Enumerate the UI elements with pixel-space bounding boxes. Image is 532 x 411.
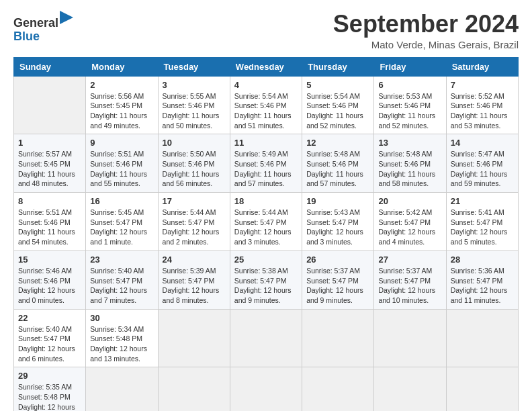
calendar-cell: 16Sunrise: 5:45 AM Sunset: 5:47 PM Dayli… bbox=[86, 193, 158, 251]
day-number: 15 bbox=[18, 255, 81, 265]
day-info: Sunrise: 5:44 AM Sunset: 5:47 PM Dayligh… bbox=[163, 208, 226, 247]
day-info: Sunrise: 5:51 AM Sunset: 5:46 PM Dayligh… bbox=[90, 149, 153, 189]
header: General Blue September 2024 Mato Verde, … bbox=[13, 11, 519, 50]
calendar-cell: 19Sunrise: 5:43 AM Sunset: 5:47 PM Dayli… bbox=[302, 193, 374, 251]
calendar-cell: 3Sunrise: 5:55 AM Sunset: 5:46 PM Daylig… bbox=[158, 76, 230, 134]
calendar-cell: 21Sunrise: 5:41 AM Sunset: 5:47 PM Dayli… bbox=[446, 193, 518, 251]
calendar-cell bbox=[14, 76, 86, 134]
calendar-cell: 27Sunrise: 5:37 AM Sunset: 5:47 PM Dayli… bbox=[374, 250, 446, 309]
day-info: Sunrise: 5:39 AM Sunset: 5:47 PM Dayligh… bbox=[163, 266, 226, 306]
day-info: Sunrise: 5:51 AM Sunset: 5:46 PM Dayligh… bbox=[18, 208, 81, 247]
day-info: Sunrise: 5:48 AM Sunset: 5:46 PM Dayligh… bbox=[378, 149, 441, 189]
calendar-week-row: 2Sunrise: 5:56 AM Sunset: 5:45 PM Daylig… bbox=[14, 76, 519, 134]
logo-blue: Blue bbox=[13, 30, 40, 43]
calendar-cell bbox=[230, 367, 302, 411]
day-info: Sunrise: 5:57 AM Sunset: 5:45 PM Dayligh… bbox=[18, 149, 81, 189]
day-number: 27 bbox=[378, 255, 441, 265]
day-number: 3 bbox=[163, 80, 226, 90]
col-header-monday: Monday bbox=[86, 57, 158, 76]
calendar-cell: 30Sunrise: 5:34 AM Sunset: 5:48 PM Dayli… bbox=[86, 309, 158, 367]
calendar-cell: 15Sunrise: 5:46 AM Sunset: 5:46 PM Dayli… bbox=[14, 250, 86, 309]
day-info: Sunrise: 5:37 AM Sunset: 5:47 PM Dayligh… bbox=[306, 266, 369, 306]
calendar-cell: 6Sunrise: 5:53 AM Sunset: 5:46 PM Daylig… bbox=[374, 76, 446, 134]
day-number: 7 bbox=[451, 80, 514, 90]
calendar-cell bbox=[446, 309, 518, 367]
day-number: 8 bbox=[18, 196, 81, 206]
day-number: 19 bbox=[306, 196, 369, 206]
calendar-cell: 9Sunrise: 5:51 AM Sunset: 5:46 PM Daylig… bbox=[86, 134, 158, 193]
calendar-header-row: SundayMondayTuesdayWednesdayThursdayFrid… bbox=[14, 57, 519, 76]
title-section: September 2024 Mato Verde, Minas Gerais,… bbox=[333, 11, 519, 50]
day-number: 2 bbox=[90, 80, 153, 90]
day-info: Sunrise: 5:40 AM Sunset: 5:47 PM Dayligh… bbox=[90, 266, 153, 306]
calendar-cell bbox=[158, 309, 230, 367]
day-info: Sunrise: 5:49 AM Sunset: 5:46 PM Dayligh… bbox=[234, 149, 298, 189]
calendar-cell: 5Sunrise: 5:54 AM Sunset: 5:46 PM Daylig… bbox=[302, 76, 374, 134]
calendar-cell: 1Sunrise: 5:57 AM Sunset: 5:45 PM Daylig… bbox=[14, 134, 86, 193]
day-number: 16 bbox=[90, 196, 153, 206]
calendar-cell: 29Sunrise: 5:35 AM Sunset: 5:48 PM Dayli… bbox=[14, 367, 86, 411]
day-number: 14 bbox=[451, 138, 514, 148]
calendar-cell bbox=[158, 367, 230, 411]
calendar-cell: 17Sunrise: 5:44 AM Sunset: 5:47 PM Dayli… bbox=[158, 193, 230, 251]
col-header-thursday: Thursday bbox=[302, 57, 374, 76]
day-number: 30 bbox=[90, 313, 153, 323]
calendar-cell: 14Sunrise: 5:47 AM Sunset: 5:46 PM Dayli… bbox=[446, 134, 518, 193]
calendar-cell: 13Sunrise: 5:48 AM Sunset: 5:46 PM Dayli… bbox=[374, 134, 446, 193]
day-info: Sunrise: 5:42 AM Sunset: 5:47 PM Dayligh… bbox=[378, 208, 441, 247]
day-number: 24 bbox=[163, 255, 226, 265]
calendar-cell bbox=[374, 309, 446, 367]
col-header-wednesday: Wednesday bbox=[230, 57, 302, 76]
day-info: Sunrise: 5:53 AM Sunset: 5:46 PM Dayligh… bbox=[378, 91, 441, 131]
day-number: 21 bbox=[451, 196, 514, 206]
day-info: Sunrise: 5:55 AM Sunset: 5:46 PM Dayligh… bbox=[163, 91, 226, 131]
calendar-cell: 10Sunrise: 5:50 AM Sunset: 5:46 PM Dayli… bbox=[158, 134, 230, 193]
calendar-cell: 7Sunrise: 5:52 AM Sunset: 5:46 PM Daylig… bbox=[446, 76, 518, 134]
day-info: Sunrise: 5:47 AM Sunset: 5:46 PM Dayligh… bbox=[451, 149, 514, 189]
day-number: 4 bbox=[234, 80, 298, 90]
calendar-week-row: 8Sunrise: 5:51 AM Sunset: 5:46 PM Daylig… bbox=[14, 193, 519, 251]
calendar-cell bbox=[374, 367, 446, 411]
day-info: Sunrise: 5:54 AM Sunset: 5:46 PM Dayligh… bbox=[234, 91, 298, 131]
calendar-cell: 18Sunrise: 5:44 AM Sunset: 5:47 PM Dayli… bbox=[230, 193, 302, 251]
calendar-cell: 2Sunrise: 5:56 AM Sunset: 5:45 PM Daylig… bbox=[86, 76, 158, 134]
calendar-cell bbox=[230, 309, 302, 367]
col-header-tuesday: Tuesday bbox=[158, 57, 230, 76]
day-info: Sunrise: 5:38 AM Sunset: 5:47 PM Dayligh… bbox=[234, 266, 298, 306]
day-info: Sunrise: 5:46 AM Sunset: 5:46 PM Dayligh… bbox=[18, 266, 81, 306]
day-number: 25 bbox=[234, 255, 298, 265]
day-number: 9 bbox=[90, 138, 153, 148]
calendar-table: SundayMondayTuesdayWednesdayThursdayFrid… bbox=[13, 57, 519, 411]
calendar-cell: 11Sunrise: 5:49 AM Sunset: 5:46 PM Dayli… bbox=[230, 134, 302, 193]
col-header-friday: Friday bbox=[374, 57, 446, 76]
logo-general: General bbox=[13, 16, 58, 30]
day-info: Sunrise: 5:56 AM Sunset: 5:45 PM Dayligh… bbox=[90, 91, 153, 131]
col-header-sunday: Sunday bbox=[14, 57, 86, 76]
day-info: Sunrise: 5:54 AM Sunset: 5:46 PM Dayligh… bbox=[306, 91, 369, 131]
location-subtitle: Mato Verde, Minas Gerais, Brazil bbox=[333, 39, 519, 50]
calendar-cell bbox=[302, 309, 374, 367]
calendar-cell: 23Sunrise: 5:40 AM Sunset: 5:47 PM Dayli… bbox=[86, 250, 158, 309]
day-info: Sunrise: 5:50 AM Sunset: 5:46 PM Dayligh… bbox=[163, 149, 226, 189]
day-number: 23 bbox=[90, 255, 153, 265]
calendar-week-row: 22Sunrise: 5:40 AM Sunset: 5:47 PM Dayli… bbox=[14, 309, 519, 367]
day-number: 26 bbox=[306, 255, 369, 265]
logo: General Blue bbox=[13, 11, 76, 44]
day-info: Sunrise: 5:36 AM Sunset: 5:47 PM Dayligh… bbox=[451, 266, 514, 306]
day-info: Sunrise: 5:34 AM Sunset: 5:48 PM Dayligh… bbox=[90, 324, 153, 364]
day-number: 12 bbox=[306, 138, 369, 148]
day-number: 17 bbox=[163, 196, 226, 206]
calendar-cell: 25Sunrise: 5:38 AM Sunset: 5:47 PM Dayli… bbox=[230, 250, 302, 309]
day-number: 10 bbox=[163, 138, 226, 148]
calendar-week-row: 1Sunrise: 5:57 AM Sunset: 5:45 PM Daylig… bbox=[14, 134, 519, 193]
day-info: Sunrise: 5:37 AM Sunset: 5:47 PM Dayligh… bbox=[378, 266, 441, 306]
day-info: Sunrise: 5:43 AM Sunset: 5:47 PM Dayligh… bbox=[306, 208, 369, 247]
calendar-cell bbox=[86, 367, 158, 411]
day-number: 1 bbox=[18, 138, 81, 148]
day-info: Sunrise: 5:41 AM Sunset: 5:47 PM Dayligh… bbox=[451, 208, 514, 247]
day-info: Sunrise: 5:40 AM Sunset: 5:47 PM Dayligh… bbox=[18, 324, 81, 364]
day-info: Sunrise: 5:45 AM Sunset: 5:47 PM Dayligh… bbox=[90, 208, 153, 247]
calendar-week-row: 29Sunrise: 5:35 AM Sunset: 5:48 PM Dayli… bbox=[14, 367, 519, 411]
calendar-cell: 28Sunrise: 5:36 AM Sunset: 5:47 PM Dayli… bbox=[446, 250, 518, 309]
day-number: 22 bbox=[18, 313, 81, 323]
